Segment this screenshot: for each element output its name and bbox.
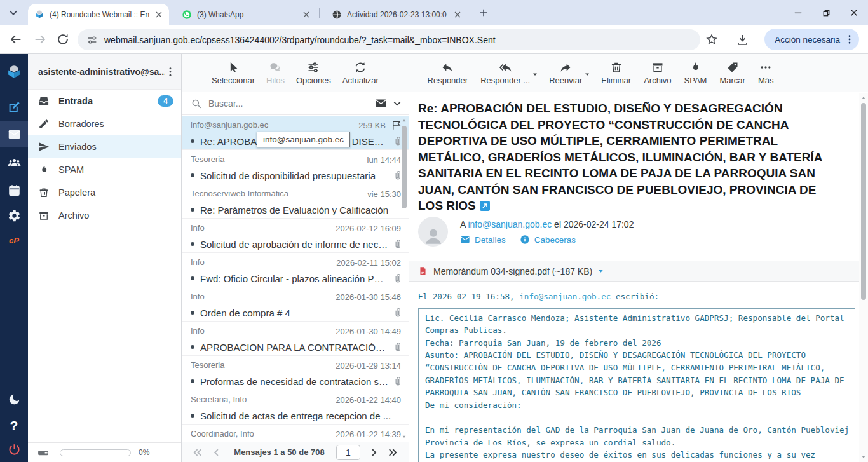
scroll-up-arrow-icon[interactable]	[402, 118, 407, 123]
search-input[interactable]	[208, 99, 370, 109]
scrollbar-thumb[interactable]	[861, 103, 866, 300]
prev-page-icon[interactable]	[211, 447, 222, 458]
scroll-down-arrow-icon[interactable]	[402, 434, 407, 439]
message-row[interactable]: Info 2026-02-11 15:02 Fwd: Oficio Circul…	[182, 253, 409, 287]
spam-button[interactable]: SPAM	[684, 61, 707, 85]
action-needed-chip[interactable]: Acción necesaria	[764, 29, 859, 50]
maximize-button[interactable]	[812, 0, 840, 25]
folder-papelera[interactable]: Papelera	[28, 181, 181, 204]
next-page-icon[interactable]	[368, 447, 379, 458]
help-button[interactable]: ?	[0, 412, 28, 439]
dropdown-caret-icon[interactable]	[584, 71, 590, 78]
roundcube-logo[interactable]	[0, 59, 28, 86]
back-icon[interactable]	[9, 32, 23, 46]
archive-button[interactable]: Archivo	[644, 61, 671, 85]
browser-tab-roundcube[interactable]: (4) Roundcube Webmail :: Envia	[28, 4, 169, 25]
close-window-button[interactable]	[840, 0, 868, 25]
reply-all-button[interactable]: Responder ...	[480, 61, 530, 85]
folder-borradores[interactable]: Borradores	[28, 112, 181, 135]
logout-power-button[interactable]	[0, 436, 28, 462]
unread-dot	[191, 379, 194, 383]
more-button[interactable]: Más	[758, 61, 774, 85]
options-button[interactable]: Opciones	[296, 61, 331, 85]
headers-link[interactable]: Cabeceras	[520, 234, 576, 245]
button-label: Reenviar	[549, 76, 582, 85]
scrollbar-thumb[interactable]	[402, 126, 407, 208]
mark-button[interactable]: Marcar	[719, 61, 745, 85]
minimize-button[interactable]	[784, 0, 812, 25]
message-row[interactable]: Tecnoserviweb Informática vie 15:30 Re: …	[182, 184, 409, 219]
search-icon[interactable]	[191, 98, 202, 109]
folder-entrada[interactable]: Entrada 4	[28, 90, 181, 112]
contacts-nav-button[interactable]	[0, 149, 28, 176]
forward-button[interactable]: Reenviar	[549, 61, 582, 85]
archive-icon	[651, 61, 664, 74]
message-row[interactable]: Tesoreria 2026-01-29 13:14 Proformas de …	[182, 356, 409, 390]
folder-enviados[interactable]: Enviados	[28, 135, 181, 158]
sender-email-link[interactable]: info@sanjuan.gob.ec	[519, 292, 611, 301]
search-scope-mail-icon[interactable]	[375, 97, 387, 109]
site-settings-icon[interactable]	[86, 34, 98, 46]
message-sender: Info	[191, 326, 344, 336]
download-icon[interactable]	[736, 33, 749, 46]
threads-button[interactable]: Hilos	[266, 61, 285, 85]
new-tab-button[interactable]	[478, 7, 489, 18]
browser-tab-actividad[interactable]: Actividad 2026-02-23 13:00:00	[325, 4, 468, 25]
message-row[interactable]: Coordinador, Info 2026-01-22 14:39	[182, 425, 409, 442]
account-header[interactable]: asistente-administrativo@sa...	[28, 54, 181, 90]
browser-menu-kebab-icon[interactable]	[844, 34, 855, 45]
delete-button[interactable]: Eliminar	[601, 61, 631, 85]
scroll-up-arrow-icon[interactable]	[861, 95, 866, 100]
reply-button[interactable]: Responder	[428, 61, 468, 85]
browser-nav-bar: webmail.sanjuan.gob.ec/cpsess1364244002/…	[0, 25, 868, 54]
dark-mode-button[interactable]	[0, 386, 28, 412]
select-button[interactable]: Seleccionar	[212, 61, 255, 85]
details-link[interactable]: Detalles	[460, 234, 506, 245]
tab-search-chevron-icon[interactable]	[8, 7, 19, 18]
refresh-button[interactable]: Actualizar	[342, 61, 379, 85]
bookmark-star-icon[interactable]	[705, 33, 718, 46]
button-label: Responder ...	[480, 76, 530, 85]
reader-scrollbar[interactable]	[859, 93, 868, 462]
address-bar[interactable]: webmail.sanjuan.gob.ec/cpsess1364244002/…	[78, 29, 700, 50]
dropdown-caret-icon[interactable]	[532, 71, 538, 78]
forward-icon[interactable]	[33, 32, 47, 46]
page-number-input[interactable]	[336, 445, 360, 460]
message-row[interactable]: Tesoreria lun 14:44 Solicitud de disponi…	[182, 150, 409, 184]
calendar-nav-button[interactable]	[0, 177, 28, 203]
attachment-name: Memorándum 034-signed.pdf (~187 KB)	[433, 266, 592, 276]
cpanel-nav-button[interactable]: cP	[0, 227, 28, 254]
app-rail: cP ?	[0, 54, 28, 462]
folder-spam[interactable]: SPAM	[28, 158, 181, 181]
search-options-chevron-icon[interactable]	[392, 99, 402, 109]
compose-button[interactable]	[0, 93, 28, 120]
tab-close-icon[interactable]	[301, 10, 311, 20]
message-subject: Proformas de necesidad de contratacion s…	[200, 376, 388, 387]
tab-close-icon[interactable]	[452, 10, 463, 20]
message-list-panel: Seleccionar Hilos Opciones Actualizar	[182, 54, 409, 462]
tab-close-icon[interactable]	[154, 10, 164, 20]
message-row[interactable]: Info 2026-02-12 16:09 Solicitud de aprob…	[182, 219, 409, 253]
message-subject: Re: Parámetros de Evaluación y Calificac…	[200, 205, 403, 215]
mail-nav-button[interactable]	[0, 121, 28, 147]
last-page-icon[interactable]	[387, 447, 398, 458]
message-list-scrollbar[interactable]	[400, 116, 408, 442]
settings-nav-button[interactable]	[0, 202, 28, 229]
folder-label: Enviados	[58, 142, 173, 152]
to-line: A info@sanjuan.gob.ec el 2026-02-24 17:0…	[460, 219, 634, 229]
first-page-icon[interactable]	[192, 447, 203, 458]
account-menu-kebab-icon[interactable]	[165, 66, 176, 78]
recipient-email-link[interactable]: info@sanjuan.gob.ec	[468, 219, 552, 229]
button-label: Más	[758, 76, 774, 85]
scroll-down-arrow-icon[interactable]	[861, 454, 866, 459]
folder-archivo[interactable]: Archivo	[28, 204, 181, 227]
message-row[interactable]: Info 2026-01-30 15:46 Orden de compra # …	[182, 287, 409, 322]
browser-tab-whatsapp[interactable]: (3) WhatsApp	[175, 4, 316, 25]
attachment-menu-caret-icon[interactable]	[597, 268, 604, 275]
message-row[interactable]: Secretaria, Info 2026-01-22 14:40 Solici…	[182, 390, 409, 425]
attachment-bar[interactable]: Memorándum 034-signed.pdf (~187 KB)	[409, 261, 859, 282]
message-row[interactable]: Info 2026-01-30 14:49 APROBACION PARA LA…	[182, 322, 409, 356]
reload-icon[interactable]	[56, 32, 70, 46]
external-link-icon[interactable]	[480, 201, 490, 211]
reader-toolbar: Responder Responder ... Reenviar Elimina…	[409, 54, 868, 92]
